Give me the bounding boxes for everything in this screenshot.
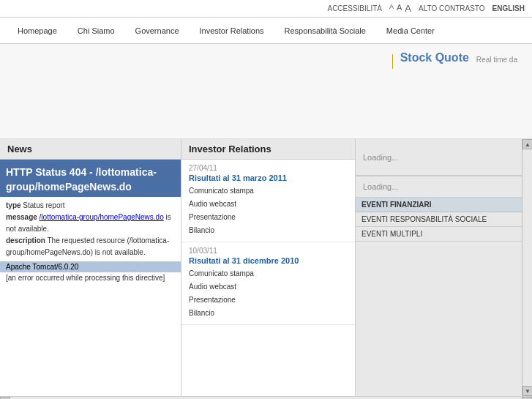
hero-section: Stock Quote Real time da xyxy=(0,44,532,139)
font-small-btn[interactable]: A xyxy=(389,3,394,14)
news-message-label: message xyxy=(6,213,37,221)
nav-investor-relations[interactable]: Investor Relations xyxy=(190,19,274,42)
eventi-responsabilita-item[interactable]: EVENTI RESPONSABILITÀ SOCIALE xyxy=(356,212,532,227)
events-section: EVENTI FINANZIARI EVENTI RESPONSABILITÀ … xyxy=(356,198,532,242)
ir-link-0-1[interactable]: Audio webcast xyxy=(189,198,348,211)
ir-links-0: Comunicato stampa Audio webcast Presenta… xyxy=(189,184,348,237)
stock-bar xyxy=(392,54,393,69)
font-size-controls[interactable]: A A A xyxy=(389,3,411,14)
news-note: [an error occurred while processing this… xyxy=(0,272,181,283)
news-panel: News HTTP Status 404 - /lottomatica-grou… xyxy=(0,139,181,396)
scroll-right-btn[interactable]: ► xyxy=(522,397,532,400)
right-panel: Loading... Loading... EVENTI FINANZIARI … xyxy=(356,139,532,396)
ir-date-0: 27/04/11 xyxy=(189,164,348,172)
ir-link-1-2[interactable]: Presentazione xyxy=(189,294,348,307)
ir-link-0-3[interactable]: Bilancio xyxy=(189,224,348,237)
loading-area-bottom: Loading... xyxy=(356,176,532,198)
news-error-detail: type Status report message /lottomatica-… xyxy=(0,197,181,261)
scroll-track xyxy=(522,149,532,386)
top-bar: ACCESSIBILITÀ A A A ALTO CONTRASTO ENGLI… xyxy=(0,0,532,18)
font-large-btn[interactable]: A xyxy=(405,3,411,14)
ir-link-1-1[interactable]: Audio webcast xyxy=(189,280,348,294)
ir-entry-0: 27/04/11 Risultati al 31 marzo 2011 Comu… xyxy=(181,160,355,242)
news-message-row: message /lottomatica-group/homePageNews.… xyxy=(6,212,175,235)
eventi-multipli-item[interactable]: EVENTI MULTIPLI xyxy=(356,227,532,242)
news-desc-label: description xyxy=(6,236,45,245)
english-btn[interactable]: ENGLISH xyxy=(492,4,525,12)
horizontal-scrollbar[interactable]: ◄ ► xyxy=(0,396,532,399)
ir-title-1[interactable]: Risultati al 31 dicembre 2010 xyxy=(189,256,348,265)
ir-link-0-2[interactable]: Presentazione xyxy=(189,211,348,224)
stock-quote-area: Stock Quote Real time da xyxy=(392,51,517,69)
news-message-link[interactable]: /lottomatica-group/homePageNews.do xyxy=(40,213,164,221)
news-header: News xyxy=(0,139,181,160)
news-type-label: type xyxy=(6,201,21,209)
news-error-block: HTTP Status 404 - /lottomatica-group/hom… xyxy=(0,160,181,197)
real-time-label: Real time da xyxy=(476,56,517,64)
ir-links-1: Comunicato stampa Audio webcast Presenta… xyxy=(189,267,348,320)
ir-title-0[interactable]: Risultati al 31 marzo 2011 xyxy=(189,174,348,182)
loading-area-top: Loading... xyxy=(356,139,532,176)
news-type-row: type Status report xyxy=(6,200,175,212)
ir-link-1-0[interactable]: Comunicato stampa xyxy=(189,267,348,280)
main-nav: Homepage Chi Siamo Governance Investor R… xyxy=(0,18,532,44)
eventi-finanziari-item[interactable]: EVENTI FINANZIARI xyxy=(356,198,532,212)
loading-text-bottom: Loading... xyxy=(363,182,398,191)
nav-homepage[interactable]: Homepage xyxy=(7,19,67,42)
accessibility-label: ACCESSIBILITÀ xyxy=(327,4,381,12)
scroll-down-btn[interactable]: ▼ xyxy=(522,386,532,396)
ir-header: Investor Relations xyxy=(181,139,355,160)
nav-governance[interactable]: Governance xyxy=(125,19,190,42)
ir-panel: Investor Relations 27/04/11 Risultati al… xyxy=(181,139,356,396)
news-description-row: description The requested resource (/lot… xyxy=(6,235,175,258)
loading-text-top: Loading... xyxy=(363,153,398,162)
ir-link-0-0[interactable]: Comunicato stampa xyxy=(189,184,348,198)
nav-responsabilita-sociale[interactable]: Responsabilità Sociale xyxy=(274,19,376,42)
ir-link-1-3[interactable]: Bilancio xyxy=(189,307,348,320)
alto-contrasto-btn[interactable]: ALTO CONTRASTO xyxy=(419,4,485,12)
ir-date-1: 10/03/11 xyxy=(189,247,348,255)
news-tomcat: Apache Tomcat/6.0.20 xyxy=(0,261,181,272)
news-type-value: Status report xyxy=(23,201,64,209)
ir-entry-1: 10/03/11 Risultati al 31 dicembre 2010 C… xyxy=(181,242,355,325)
nav-chi-siamo[interactable]: Chi Siamo xyxy=(67,19,125,42)
stock-quote-title: Stock Quote xyxy=(400,51,469,64)
nav-media-center[interactable]: Media Center xyxy=(376,19,445,42)
main-content: News HTTP Status 404 - /lottomatica-grou… xyxy=(0,139,532,396)
scroll-up-btn[interactable]: ▲ xyxy=(522,139,532,149)
news-error-title: HTTP Status 404 - /lottomatica-group/hom… xyxy=(6,166,157,193)
vertical-scrollbar[interactable]: ▲ ▼ xyxy=(522,139,532,396)
scroll-left-btn[interactable]: ◄ xyxy=(0,397,10,400)
font-medium-btn[interactable]: A xyxy=(397,3,402,14)
